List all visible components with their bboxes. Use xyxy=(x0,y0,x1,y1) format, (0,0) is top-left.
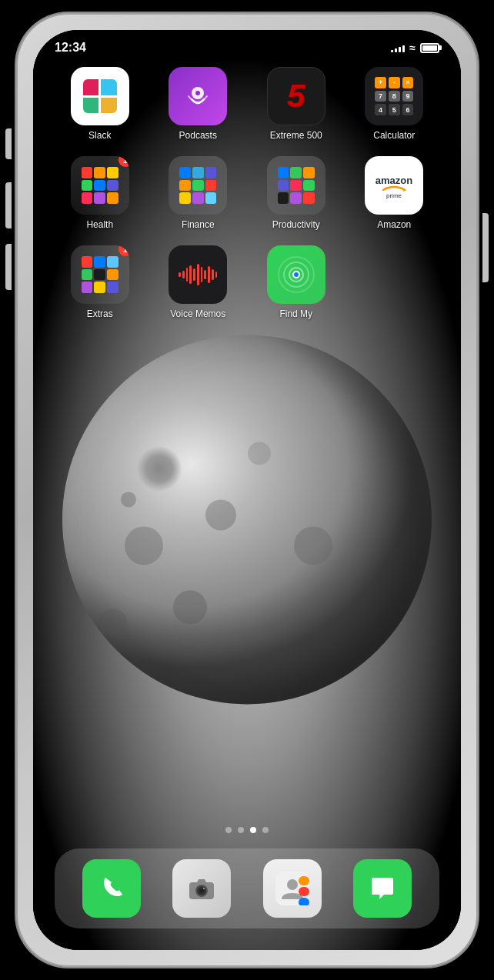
wave-bar-3 xyxy=(186,268,189,282)
power-button[interactable] xyxy=(482,213,489,282)
svg-point-1 xyxy=(195,91,200,95)
slack-icon xyxy=(71,67,129,125)
folder-fin-1 xyxy=(179,167,191,178)
folder-prod-7 xyxy=(278,192,289,204)
dock-messages[interactable] xyxy=(342,859,425,918)
phone-frame: 12:34 ≈ xyxy=(16,13,478,967)
wave-bar-9 xyxy=(208,266,210,283)
folder-prod-1 xyxy=(278,167,289,178)
health-label: Health xyxy=(86,219,113,230)
voicememos-label: Voice Memos xyxy=(170,308,225,319)
folder-fin-3 xyxy=(205,167,217,178)
folder-app-5 xyxy=(94,180,105,192)
svg-point-11 xyxy=(203,888,205,889)
phone-svg xyxy=(95,872,129,905)
findmy-label: Find My xyxy=(279,308,312,319)
wave-bar-1 xyxy=(179,272,181,277)
page-dot-2[interactable] xyxy=(238,827,244,833)
folder-prod-2 xyxy=(290,167,302,178)
contacts-app-icon xyxy=(263,859,322,918)
phone-screen: 12:34 ≈ xyxy=(33,30,461,950)
wave-bar-11 xyxy=(215,272,218,278)
svg-rect-15 xyxy=(299,876,309,885)
folder-app-7 xyxy=(82,192,93,204)
dock xyxy=(55,848,439,928)
volume-down-button[interactable] xyxy=(5,244,12,290)
slack-q1 xyxy=(83,79,99,95)
app-slack[interactable]: Slack xyxy=(55,67,145,141)
folder-app-3 xyxy=(107,167,118,178)
folder-ext-1 xyxy=(82,256,93,268)
svg-rect-16 xyxy=(299,887,309,896)
app-extras[interactable]: 1 Extras xyxy=(55,245,145,319)
folder-prod-9 xyxy=(303,192,315,204)
svg-rect-17 xyxy=(299,898,309,905)
dock-camera[interactable] xyxy=(161,859,244,918)
productivity-folder-icon xyxy=(267,156,325,215)
dock-phone[interactable] xyxy=(70,859,153,918)
amazon-label: Amazon xyxy=(377,219,411,230)
folder-prod-8 xyxy=(290,192,302,204)
dock-contacts[interactable] xyxy=(251,859,334,918)
notch xyxy=(185,30,309,53)
productivity-label: Productivity xyxy=(272,219,320,230)
app-voicememos[interactable]: Voice Memos xyxy=(153,245,244,319)
page-dot-1[interactable] xyxy=(225,827,232,833)
folder-app-4 xyxy=(82,180,93,192)
folder-ext-4 xyxy=(82,269,93,281)
signal-bar-3 xyxy=(399,47,401,52)
app-productivity[interactable]: Productivity xyxy=(251,156,342,230)
findmy-icon xyxy=(267,245,325,304)
slack-q3 xyxy=(83,98,99,114)
moon-image xyxy=(62,335,432,704)
folder-app-1 xyxy=(82,167,93,178)
app-health[interactable]: 1 Health xyxy=(55,156,145,230)
page-dot-3[interactable] xyxy=(250,827,256,833)
app-podcasts[interactable]: Podcasts xyxy=(153,67,244,141)
app-calculator[interactable]: + - × 7 8 9 4 5 6 Calculator xyxy=(349,67,440,141)
camera-svg xyxy=(185,872,219,905)
messages-svg xyxy=(365,872,399,905)
signal-bar-1 xyxy=(391,50,393,52)
folder-ext-5 xyxy=(94,269,105,281)
folder-prod-5 xyxy=(290,180,302,192)
folder-ext-3 xyxy=(107,256,118,268)
folder-app-6 xyxy=(107,180,118,192)
folder-fin-4 xyxy=(179,180,191,192)
waveform-visual xyxy=(179,263,217,286)
folder-app-8 xyxy=(94,192,105,204)
folder-app-9 xyxy=(107,192,118,204)
svg-point-10 xyxy=(199,888,204,893)
wave-bar-8 xyxy=(204,270,206,279)
slack-q4 xyxy=(101,98,117,114)
volume-up-button[interactable] xyxy=(5,182,12,228)
calc-btn-1: + xyxy=(375,77,386,88)
app-amazon[interactable]: amazon prime Amazon xyxy=(349,156,440,230)
slack-logo xyxy=(83,79,117,113)
page-dots xyxy=(33,827,461,833)
folder-fin-7 xyxy=(179,192,191,204)
health-folder-grid xyxy=(78,164,122,207)
extreme500-icon: 5 xyxy=(267,67,325,125)
silent-button[interactable] xyxy=(5,128,12,159)
signal-bar-4 xyxy=(402,45,405,52)
calc-grid: + - × 7 8 9 4 5 6 xyxy=(375,77,413,115)
amazon-svg: amazon prime xyxy=(372,164,416,207)
extras-label: Extras xyxy=(87,308,113,319)
app-extreme500[interactable]: 5 Extreme 500 xyxy=(251,67,342,141)
wave-bar-5 xyxy=(193,268,195,281)
wave-bar-10 xyxy=(212,269,214,280)
app-findmy[interactable]: Find My xyxy=(251,245,342,319)
folder-fin-8 xyxy=(192,192,204,204)
calc-btn-5: 8 xyxy=(389,91,400,102)
folder-ext-2 xyxy=(94,256,105,268)
extras-folder-icon: 1 xyxy=(71,245,129,304)
folder-fin-9 xyxy=(205,192,217,204)
folder-prod-6 xyxy=(303,180,315,192)
extras-folder-grid xyxy=(78,253,122,296)
folder-prod-4 xyxy=(278,180,289,192)
app-finance[interactable]: Finance xyxy=(153,156,244,230)
signal-icon xyxy=(391,43,405,52)
page-dot-4[interactable] xyxy=(262,827,269,833)
voicememos-icon xyxy=(169,245,227,304)
